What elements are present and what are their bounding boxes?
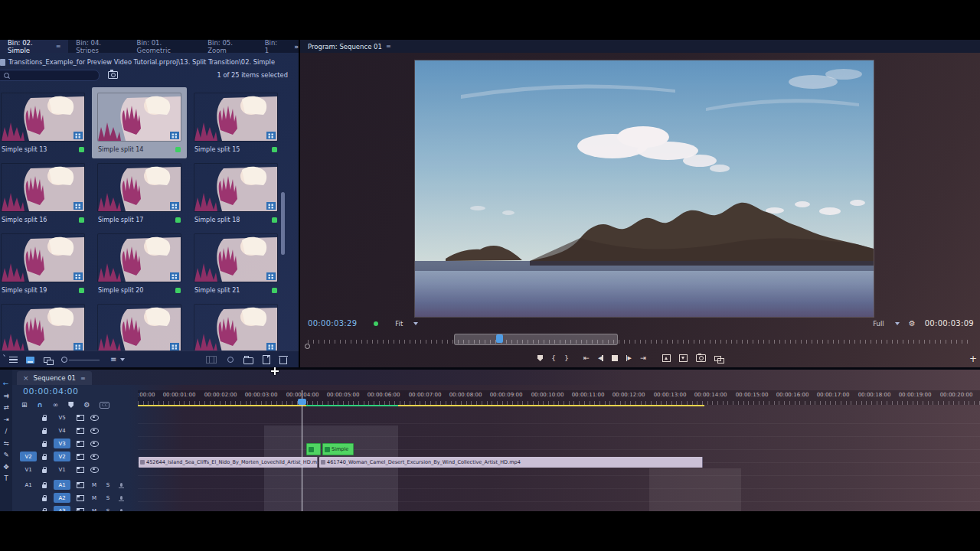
- new-bin-icon[interactable]: [243, 357, 253, 364]
- lock-icon[interactable]: [38, 415, 51, 421]
- sync-lock-icon[interactable]: [74, 467, 87, 473]
- tab-bin-01-geometric[interactable]: Bin: 01. Geometric: [129, 40, 201, 53]
- track-select-forward-tool[interactable]: ⇉: [3, 393, 8, 399]
- clip-thumbnail[interactable]: [2, 234, 84, 282]
- tab-bin-05-zoom[interactable]: Bin: 05. Zoom: [200, 40, 257, 53]
- sync-lock-icon[interactable]: [74, 441, 87, 447]
- mute-button[interactable]: M: [87, 482, 101, 488]
- lock-icon[interactable]: [38, 441, 51, 447]
- zoom-slider-track[interactable]: [69, 360, 100, 360]
- mini-timeline-zoom-handle[interactable]: [305, 344, 310, 349]
- delete-icon[interactable]: [279, 357, 287, 364]
- track-output-eye-icon[interactable]: [87, 441, 101, 447]
- playback-resolution-dropdown[interactable]: Full: [873, 320, 900, 328]
- automate-to-sequence-icon[interactable]: [206, 356, 217, 364]
- clip-v2-transition-left[interactable]: [306, 443, 321, 455]
- linked-selection-icon[interactable]: ∞: [53, 401, 59, 409]
- lift-button[interactable]: [662, 354, 671, 362]
- slip-tool[interactable]: ⇋: [3, 440, 8, 447]
- source-patch-v2[interactable]: V2: [20, 452, 37, 461]
- sync-lock-icon[interactable]: [74, 454, 87, 460]
- export-frame-button[interactable]: [696, 354, 706, 362]
- freeform-view-icon[interactable]: [44, 357, 51, 363]
- clip-v1-woman-camel[interactable]: 461740_Woman_Camel_Desert_Excursion_By_W…: [319, 457, 703, 468]
- fit-dropdown[interactable]: Fit: [395, 320, 418, 328]
- track-target-v3[interactable]: V3: [54, 439, 70, 448]
- tab-overflow-icon[interactable]: »: [294, 43, 299, 51]
- program-playhead[interactable]: [496, 334, 503, 343]
- ripple-edit-tool[interactable]: ⇄: [3, 404, 8, 411]
- find-icon[interactable]: [227, 357, 234, 363]
- timeline-timecode[interactable]: 00:00:04:00: [23, 386, 79, 396]
- clip-thumbnail[interactable]: [194, 305, 277, 352]
- lock-icon[interactable]: [38, 482, 51, 488]
- tab-program-sequence[interactable]: Program: Sequence 01 ≡: [300, 40, 399, 53]
- clip-thumbnail-selected[interactable]: [98, 93, 181, 141]
- in-out-range[interactable]: [454, 334, 618, 345]
- lock-icon[interactable]: [38, 428, 51, 434]
- panel-menu-icon[interactable]: ≡: [56, 43, 61, 50]
- hand-tool[interactable]: ✥: [3, 464, 8, 471]
- add-marker-button[interactable]: [537, 355, 543, 361]
- track-target-v2[interactable]: V2: [54, 452, 70, 461]
- clip-v1-island-sea[interactable]: 452644_Island_Sea_Cliffs_El_Nido_By_Mort…: [139, 457, 318, 468]
- lock-icon[interactable]: [38, 467, 51, 473]
- timeline-ruler[interactable]: 00:00:00:00 00:00:01:00 00:00:02:00 00:0…: [138, 390, 980, 405]
- selection-tool[interactable]: ↖: [2, 380, 11, 389]
- source-patch-a1[interactable]: A1: [20, 480, 37, 490]
- go-to-out-button[interactable]: ⇥: [640, 354, 646, 362]
- add-marker-icon[interactable]: [68, 402, 74, 408]
- rate-stretch-tool[interactable]: ⇥: [3, 416, 8, 423]
- bin-scrollbar[interactable]: [281, 192, 285, 255]
- mute-button[interactable]: M: [87, 495, 101, 501]
- clip-thumbnail[interactable]: [98, 305, 181, 352]
- solo-button[interactable]: S: [101, 482, 115, 488]
- playhead-marker[interactable]: [298, 399, 306, 405]
- track-output-eye-icon[interactable]: [87, 454, 101, 460]
- mark-in-button[interactable]: {: [551, 354, 556, 362]
- comparison-view-button[interactable]: [714, 356, 721, 361]
- solo-button[interactable]: S: [101, 495, 115, 501]
- playhead-line[interactable]: [302, 390, 302, 511]
- nest-icon[interactable]: ⊞: [21, 401, 28, 409]
- razor-tool[interactable]: ∕: [5, 428, 8, 435]
- clip-thumbnail[interactable]: [194, 93, 277, 141]
- sync-lock-icon[interactable]: [74, 482, 87, 488]
- voiceover-mic-icon[interactable]: [120, 483, 122, 487]
- new-item-icon[interactable]: [263, 355, 270, 364]
- voiceover-mic-icon[interactable]: [120, 496, 122, 500]
- settings-wrench-icon[interactable]: ⚙: [909, 320, 916, 328]
- play-stop-button[interactable]: [612, 355, 618, 361]
- camera-icon[interactable]: [108, 71, 118, 79]
- clip-thumbnail[interactable]: [2, 164, 84, 211]
- clip-thumbnail[interactable]: [2, 93, 84, 141]
- step-back-button[interactable]: ◀: [598, 354, 603, 362]
- sync-lock-icon[interactable]: [74, 428, 87, 434]
- lock-icon[interactable]: [38, 454, 51, 460]
- close-icon[interactable]: ×: [23, 374, 29, 382]
- timeline-settings-icon[interactable]: ⚙: [83, 401, 90, 409]
- source-patch-v1[interactable]: V1: [20, 465, 37, 474]
- zoom-slider-knob[interactable]: [61, 357, 67, 363]
- icon-view-icon[interactable]: [26, 357, 34, 364]
- track-target-v4[interactable]: V4: [54, 425, 70, 435]
- sync-lock-icon[interactable]: [74, 415, 87, 421]
- tab-bin-overflow[interactable]: Bin: 1: [257, 40, 289, 53]
- sort-icon[interactable]: ≡: [110, 357, 116, 363]
- clip-thumbnail[interactable]: [2, 305, 84, 352]
- mark-out-button[interactable]: }: [564, 354, 569, 362]
- clip-thumbnail[interactable]: [194, 234, 277, 282]
- tab-bin-04-stripes[interactable]: Bin: 04. Stripes: [68, 40, 129, 53]
- panel-menu-icon[interactable]: ≡: [80, 375, 86, 382]
- tab-bin-02-simple[interactable]: Bin: 02. Simple ≡: [0, 40, 68, 53]
- clip-v2-simple[interactable]: Simple: [322, 443, 354, 455]
- track-target-a2[interactable]: A2: [54, 493, 70, 503]
- button-editor-plus[interactable]: +: [969, 354, 977, 364]
- clip-thumbnail[interactable]: [194, 164, 277, 211]
- track-output-eye-icon[interactable]: [87, 428, 101, 434]
- lock-icon[interactable]: [38, 495, 51, 501]
- dropped-frame-indicator[interactable]: [374, 321, 378, 326]
- type-tool[interactable]: T: [4, 475, 8, 482]
- track-output-eye-icon[interactable]: [87, 415, 101, 421]
- captions-icon[interactable]: CC: [100, 402, 109, 409]
